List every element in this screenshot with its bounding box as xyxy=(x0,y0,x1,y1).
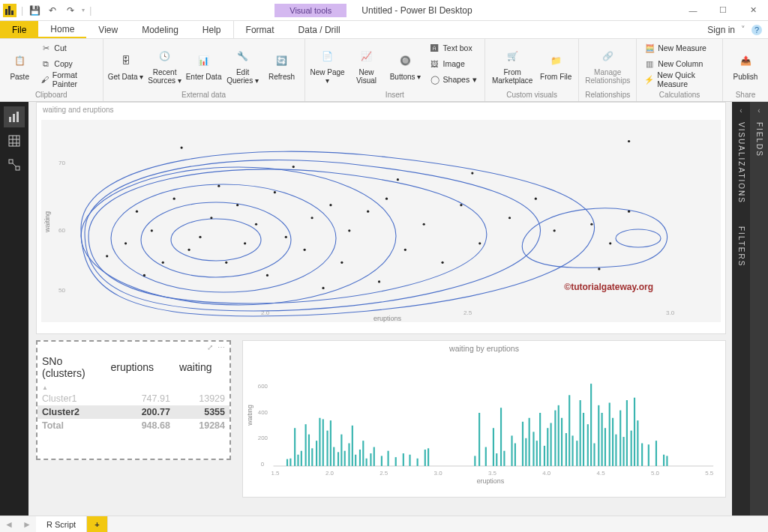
get-data-button[interactable]: 🗄Get Data ▾ xyxy=(108,40,144,90)
expand-icon[interactable]: ‹ xyxy=(740,106,742,115)
maximize-button[interactable]: ☐ xyxy=(708,0,738,21)
tab-data-drill[interactable]: Data / Drill xyxy=(286,21,352,38)
svg-rect-115 xyxy=(403,453,404,466)
svg-text:1.5: 1.5 xyxy=(272,470,280,477)
pane-visualizations[interactable]: ‹ VISUALIZATIONS FILTERS xyxy=(732,102,750,516)
svg-rect-114 xyxy=(395,457,397,466)
svg-point-33 xyxy=(173,198,176,200)
enter-data-button[interactable]: 📊Enter Data xyxy=(186,40,222,90)
svg-rect-110 xyxy=(370,453,371,466)
ribbon-group-custom-visuals: 🛒From Marketplace 📁From File Custom visu… xyxy=(485,39,579,101)
manage-relationships-button[interactable]: 🔗Manage Relationships xyxy=(584,40,632,90)
tab-view[interactable]: View xyxy=(86,21,130,38)
copy-button[interactable]: ⧉Copy xyxy=(38,56,98,71)
cut-button[interactable]: ✂Cut xyxy=(38,40,98,55)
svg-rect-151 xyxy=(602,413,603,466)
close-button[interactable]: ✕ xyxy=(738,0,768,21)
group-label: Calculations xyxy=(641,91,718,100)
report-view-icon[interactable] xyxy=(4,106,25,127)
paste-button[interactable]: 📋Paste xyxy=(4,40,34,90)
ribbon-group-calculations: 🧮New Measure ▥New Column ⚡New Quick Meas… xyxy=(637,39,723,101)
svg-rect-101 xyxy=(338,452,339,466)
page-next-button[interactable]: ► xyxy=(18,519,36,530)
tab-file[interactable]: File xyxy=(0,21,38,38)
page-tab-rscript[interactable]: R Script xyxy=(36,516,87,533)
tab-help[interactable]: Help xyxy=(190,21,233,38)
group-label: Insert xyxy=(310,91,481,100)
visual-table-clusters[interactable]: ⤢ ⋯ SNo (clusters) eruptions waiting ▲ C… xyxy=(36,340,231,460)
data-view-icon[interactable] xyxy=(4,130,25,151)
report-canvas[interactable]: waiting and eruptions 50 60 70 waiting 2… xyxy=(28,102,732,516)
help-icon[interactable]: ? xyxy=(752,25,762,35)
recent-sources-button[interactable]: 🕓Recent Sources ▾ xyxy=(147,40,183,90)
col-waiting[interactable]: waiting xyxy=(175,353,230,381)
tab-home[interactable]: Home xyxy=(38,21,86,38)
visual-title: waiting by eruptions xyxy=(243,341,725,356)
tab-format[interactable]: Format xyxy=(233,21,286,38)
format-painter-button[interactable]: 🖌Format Painter xyxy=(38,72,98,87)
page-prev-button[interactable]: ◄ xyxy=(0,519,18,530)
new-column-button[interactable]: ▥New Column xyxy=(641,56,718,71)
image-button[interactable]: 🖼Image xyxy=(427,56,481,71)
svg-point-27 xyxy=(106,255,108,257)
cut-icon: ✂ xyxy=(40,43,51,53)
text-box-button[interactable]: 🅰Text box xyxy=(427,40,481,55)
svg-point-66 xyxy=(590,223,592,226)
svg-rect-139 xyxy=(558,405,560,466)
col-sno[interactable]: SNo (clusters) xyxy=(38,353,106,381)
svg-rect-121 xyxy=(478,413,480,466)
svg-rect-130 xyxy=(525,438,526,466)
buttons-button[interactable]: 🔘Buttons ▾ xyxy=(388,40,424,90)
svg-rect-137 xyxy=(550,423,552,465)
undo-icon[interactable]: ↶ xyxy=(46,4,59,17)
svg-rect-154 xyxy=(612,418,614,466)
table-row[interactable]: Cluster2200.775355 xyxy=(38,405,230,419)
pane-fields[interactable]: ‹ FIELDS xyxy=(750,102,768,516)
group-label: External data xyxy=(108,91,300,100)
svg-rect-159 xyxy=(631,431,632,466)
visual-bar-chart[interactable]: waiting by eruptions waiting 0 200 400 6… xyxy=(242,340,726,498)
window-title: Untitled - Power BI Desktop xyxy=(362,5,472,16)
svg-rect-129 xyxy=(522,422,524,466)
svg-rect-150 xyxy=(598,405,599,466)
svg-point-34 xyxy=(181,146,183,148)
tab-modeling[interactable]: Modeling xyxy=(130,21,190,38)
save-icon[interactable]: 💾 xyxy=(28,4,41,17)
signin-link[interactable]: Sign in xyxy=(707,25,735,35)
svg-text:waiting: waiting xyxy=(44,211,51,233)
svg-point-41 xyxy=(244,242,246,244)
table-row[interactable]: Cluster1747.9113929 xyxy=(38,392,230,405)
qat-caret-icon[interactable]: ▾ xyxy=(82,7,85,13)
svg-point-37 xyxy=(210,217,212,219)
svg-line-13 xyxy=(13,163,16,166)
col-eruptions[interactable]: eruptions xyxy=(106,353,174,381)
from-marketplace-button[interactable]: 🛒From Marketplace xyxy=(490,40,535,90)
visual-density-plot[interactable]: waiting and eruptions 50 60 70 waiting 2… xyxy=(36,102,726,334)
new-measure-button[interactable]: 🧮New Measure xyxy=(641,40,718,55)
add-page-button[interactable]: + xyxy=(87,516,107,533)
svg-text:3.0: 3.0 xyxy=(666,309,675,316)
from-file-button[interactable]: 📁From File xyxy=(538,40,574,90)
svg-rect-131 xyxy=(529,418,530,466)
focus-mode-icon[interactable]: ⤢ xyxy=(207,343,213,351)
model-view-icon[interactable] xyxy=(4,154,25,175)
svg-point-60 xyxy=(460,204,462,206)
signin-caret-icon[interactable]: ˅ xyxy=(741,25,746,34)
minimize-button[interactable]: — xyxy=(678,0,708,21)
expand-icon[interactable]: ‹ xyxy=(758,106,760,115)
svg-rect-0 xyxy=(5,9,8,15)
publish-button[interactable]: 📤Publish xyxy=(728,40,764,90)
more-options-icon[interactable]: ⋯ xyxy=(218,343,225,351)
page-tabs-footer: ◄ ► R Script + xyxy=(0,516,768,532)
svg-point-53 xyxy=(367,211,369,213)
new-quick-measure-button[interactable]: ⚡New Quick Measure xyxy=(641,72,718,87)
edit-queries-button[interactable]: 🔧Edit Queries ▾ xyxy=(225,40,261,90)
shapes-button[interactable]: ◯Shapes ▾ xyxy=(427,72,481,87)
svg-point-48 xyxy=(310,217,313,219)
refresh-button[interactable]: 🔄Refresh xyxy=(264,40,300,90)
pane-label: FIELDS xyxy=(755,122,764,157)
svg-rect-95 xyxy=(316,441,317,466)
redo-icon[interactable]: ↷ xyxy=(64,4,77,17)
new-visual-button[interactable]: 📈New Visual xyxy=(349,40,385,90)
new-page-button[interactable]: 📄New Page ▾ xyxy=(310,40,346,90)
